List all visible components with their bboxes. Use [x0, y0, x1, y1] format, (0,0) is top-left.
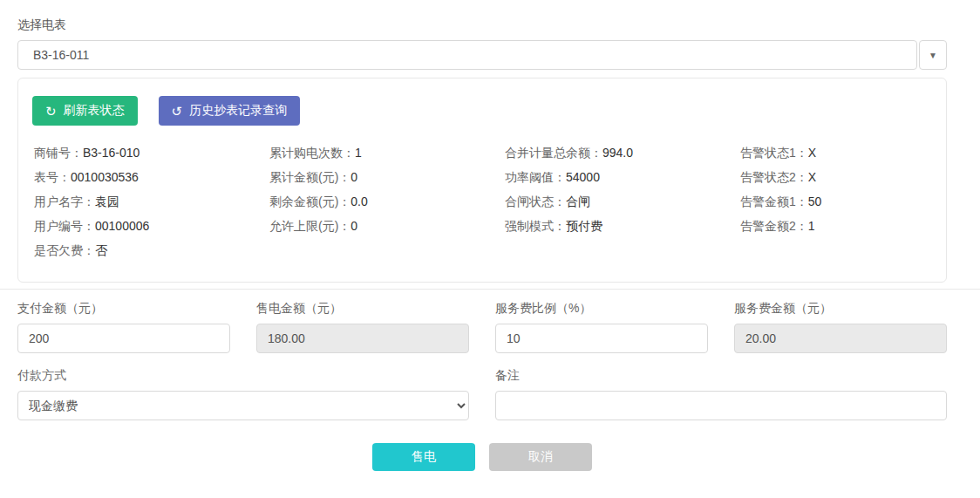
info-column-purchase: 累计购电次数：1 累计金额(元)：0 剩余金额(元)：0.0 允许上限(元)：0	[269, 140, 505, 263]
info-item: 告警金额2：1	[740, 214, 932, 238]
caret-down-icon[interactable]: ▼	[919, 40, 947, 70]
pay-amount-label: 支付金额（元）	[17, 301, 230, 317]
payment-form: 支付金额（元） 售电金额（元） 服务费比例（%） 服务费金额（元） 付款方式 现…	[17, 290, 947, 420]
history-button-label: 历史抄表记录查询	[189, 103, 287, 119]
service-fee-ratio-input[interactable]	[495, 324, 708, 353]
info-item: 用户编号：00100006	[34, 214, 269, 238]
info-item: 是否欠费：否	[34, 238, 269, 263]
info-item: 剩余金额(元)：0.0	[269, 189, 505, 214]
field-service-fee-ratio: 服务费比例（%）	[495, 290, 708, 353]
field-payment-method: 付款方式 现金缴费	[17, 353, 469, 420]
info-item: 合闸状态：合闸	[505, 189, 740, 214]
service-fee-ratio-label: 服务费比例（%）	[495, 301, 708, 317]
sell-amount-input	[256, 324, 469, 353]
info-item: 商铺号：B3-16-010	[34, 140, 269, 165]
field-sell-amount: 售电金额（元）	[256, 290, 469, 353]
meter-select-value[interactable]: B3-16-011	[17, 40, 917, 70]
history-readings-button[interactable]: ↺ 历史抄表记录查询	[159, 96, 301, 126]
info-item: 合并计量总余额：994.0	[505, 140, 740, 165]
info-item: 功率阈值：54000	[505, 165, 740, 189]
info-item: 告警状态2：X	[740, 165, 932, 189]
panel-buttons: ↻ 刷新表状态 ↺ 历史抄表记录查询	[32, 96, 932, 126]
sell-amount-label: 售电金额（元）	[256, 301, 469, 317]
service-fee-amount-label: 服务费金额（元）	[734, 301, 947, 317]
form-actions: 售电 取消	[17, 443, 947, 471]
info-item: 告警状态1：X	[740, 140, 932, 165]
meter-status-panel: ↻ 刷新表状态 ↺ 历史抄表记录查询 商铺号：B3-16-010 表号：0010…	[17, 78, 947, 283]
info-column-meter-state: 合并计量总余额：994.0 功率阈值：54000 合闸状态：合闸 强制模式：预付…	[505, 140, 740, 263]
info-column-alarms: 告警状态1：X 告警状态2：X 告警金额1：50 告警金额2：1	[740, 140, 932, 263]
payment-method-select[interactable]: 现金缴费	[17, 391, 469, 420]
info-item: 累计金额(元)：0	[269, 165, 505, 189]
field-pay-amount: 支付金额（元）	[17, 290, 230, 353]
service-fee-amount-input	[734, 324, 947, 353]
history-icon: ↺	[172, 105, 183, 118]
meter-select[interactable]: B3-16-011 ▼	[17, 40, 947, 70]
field-service-fee-amount: 服务费金额（元）	[734, 290, 947, 353]
field-remark: 备注	[495, 353, 947, 420]
meter-select-label: 选择电表	[17, 17, 947, 33]
sell-button[interactable]: 售电	[372, 443, 475, 471]
remark-input[interactable]	[495, 391, 947, 420]
cancel-button[interactable]: 取消	[489, 443, 592, 471]
info-item: 累计购电次数：1	[269, 140, 505, 165]
meter-info-grid: 商铺号：B3-16-010 表号：0010030536 用户名字：袁园 用户编号…	[32, 140, 932, 263]
remark-label: 备注	[495, 368, 947, 384]
info-item: 强制模式：预付费	[505, 214, 740, 238]
info-item: 表号：0010030536	[34, 165, 269, 189]
sell-electricity-page: 选择电表 B3-16-011 ▼ ↻ 刷新表状态 ↺ 历史抄表记录查询 商铺号：…	[0, 17, 980, 283]
refresh-button-label: 刷新表状态	[64, 103, 125, 119]
refresh-meter-status-button[interactable]: ↻ 刷新表状态	[32, 96, 138, 126]
info-item: 告警金额1：50	[740, 189, 932, 214]
refresh-icon: ↻	[45, 105, 57, 118]
info-column-shop: 商铺号：B3-16-010 表号：0010030536 用户名字：袁园 用户编号…	[34, 140, 269, 263]
info-item: 允许上限(元)：0	[269, 214, 505, 238]
info-item: 用户名字：袁园	[34, 189, 269, 214]
payment-method-label: 付款方式	[17, 368, 469, 384]
pay-amount-input[interactable]	[17, 324, 230, 353]
